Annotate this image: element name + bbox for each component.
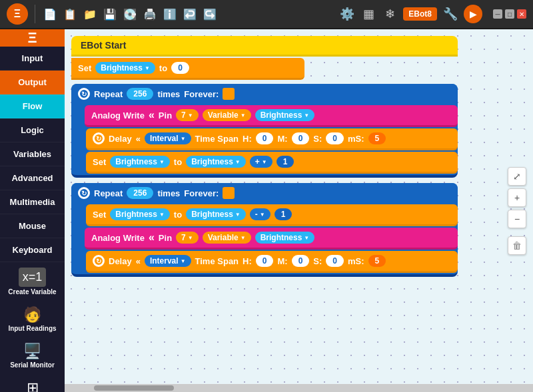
h-val-1[interactable]: 0	[256, 132, 274, 144]
brightness-dropdown-3[interactable]: Brightness ▼	[110, 208, 170, 220]
toolbar-new-icon[interactable]: 📄	[42, 6, 58, 22]
brightness-expr-dropdown[interactable]: Brightness ▼	[186, 156, 246, 168]
sidebar-logo: Ξ	[0, 29, 65, 47]
minimize-button[interactable]: ─	[493, 9, 502, 19]
sidebar-item-keyboard[interactable]: Keyboard	[0, 238, 65, 262]
m-val-2[interactable]: 0	[292, 255, 310, 267]
repeat-val-2[interactable]: 256	[127, 187, 153, 199]
s-val-2[interactable]: 0	[326, 255, 344, 267]
serial-monitor-icon: 🖥️	[23, 343, 41, 360]
to-label-3: to	[174, 210, 182, 220]
close-button[interactable]: ✕	[517, 9, 526, 19]
h-label-2: H:	[243, 256, 252, 266]
sidebar-item-serial-monitor[interactable]: 🖥️ Serial Monitor	[0, 337, 65, 374]
forever-checkbox-1[interactable]	[223, 88, 235, 100]
trash-button[interactable]: 🗑	[508, 236, 526, 255]
toolbar-gear-icon[interactable]: ⚙️	[339, 6, 355, 22]
create-variable-icon: x=1	[19, 268, 47, 287]
pin-val-2: 7	[181, 233, 186, 242]
toolbar-redo-icon[interactable]: ↪️	[202, 6, 218, 22]
zoom-minus-button[interactable]: −	[508, 210, 526, 228]
brightness-expr-dropdown-2[interactable]: Brightness ▼	[186, 208, 246, 220]
sidebar-item-advanced[interactable]: Advanced	[0, 166, 65, 190]
zoom-plus-button[interactable]: +	[508, 188, 526, 207]
one-val-2[interactable]: 1	[274, 208, 292, 220]
toolbar-save-icon[interactable]: 💾	[102, 6, 118, 22]
toolbar-open-icon[interactable]: 📁	[82, 6, 98, 22]
brightness-var-dropdown-1[interactable]: Brightness ▼	[255, 109, 315, 121]
s-label-1: S:	[313, 134, 322, 144]
create-variable-label: Create Variable	[8, 288, 56, 295]
s-val-1[interactable]: 0	[326, 132, 344, 144]
ms-val-2[interactable]: 5	[368, 255, 386, 267]
toolbar-undo-icon[interactable]: ↩️	[182, 6, 198, 22]
block-set-brightness: Set Brightness ▼ to 0	[71, 58, 304, 80]
zoom-controls: ⤢ + − 🗑	[508, 167, 526, 255]
ms-val-1[interactable]: 5	[368, 132, 386, 144]
sidebar-item-variables[interactable]: Variables	[0, 142, 65, 166]
sidebar-item-logic[interactable]: Logic	[0, 118, 65, 142]
plus-dropdown[interactable]: + ▼	[250, 156, 272, 168]
interval-dropdown-1[interactable]: Interval ▼	[145, 132, 191, 144]
variable-label-1: Variable	[208, 110, 239, 120]
m-val-1[interactable]: 0	[292, 132, 310, 144]
sidebar-item-live-control[interactable]: ⊞ Live Control	[0, 374, 65, 392]
variable-dropdown-1[interactable]: Variable ▼	[203, 109, 251, 121]
serial-monitor-label: Serial Monitor	[10, 361, 55, 369]
toolbar-print-icon[interactable]: 🖨️	[142, 6, 158, 22]
canvas-scrollbar[interactable]	[65, 384, 533, 392]
maximize-button[interactable]: □	[505, 9, 514, 19]
toolbar-wrench-icon[interactable]: 🔧	[442, 6, 458, 22]
sidebar-item-flow[interactable]: Flow	[0, 95, 65, 118]
sidebar-item-input[interactable]: Input	[0, 47, 65, 71]
minus-dropdown[interactable]: - ▼	[250, 208, 270, 220]
ll-delay-2: «	[136, 256, 141, 266]
forever-checkbox-2[interactable]	[223, 187, 235, 199]
block-analog-write-1: Analog Write « Pin 7 ▼ Variable ▼ Bright…	[85, 105, 458, 127]
ll-1: «	[149, 109, 155, 121]
zero-value-1[interactable]: 0	[171, 62, 189, 74]
interval-dropdown-2[interactable]: Interval ▼	[145, 255, 191, 267]
sidebar-item-input-readings[interactable]: 🧑 Input Readings	[0, 301, 65, 337]
input-readings-label: Input Readings	[8, 325, 56, 332]
m-label-1: M:	[277, 134, 287, 144]
brightness-dropdown-1[interactable]: Brightness ▼	[95, 62, 155, 74]
scrollbar-thumb[interactable]	[94, 385, 174, 391]
canvas-area[interactable]: EBot Start Set Brightness ▼ to 0	[65, 29, 533, 392]
toolbar-sd-icon[interactable]: 💽	[122, 6, 138, 22]
brightness-var-label-1: Brightness	[261, 110, 302, 120]
block-repeat-1: ↻ Repeat 256 times Forever: Analog Write…	[71, 84, 458, 178]
toolbar-info-icon[interactable]: ℹ️	[162, 6, 178, 22]
window-controls: ─ □ ✕	[493, 9, 526, 19]
toolbar-save-copy-icon[interactable]: 📋	[62, 6, 78, 22]
brightness-var-dropdown-2[interactable]: Brightness ▼	[255, 232, 315, 244]
sidebar-item-output[interactable]: Output	[0, 71, 65, 95]
pin-dropdown-1[interactable]: 7 ▼	[176, 109, 199, 121]
sidebar-item-mouse[interactable]: Mouse	[0, 214, 65, 238]
input-readings-icon: 🧑	[23, 306, 41, 323]
ll-delay-1: «	[136, 134, 141, 144]
time-span-label-1: Time Span	[195, 134, 239, 144]
dropdown-arrow-1: ▼	[145, 65, 150, 71]
forever-label-1: Forever:	[184, 89, 219, 99]
toolbar-snowflake-icon[interactable]: ❄	[382, 6, 398, 22]
sidebar-item-create-variable[interactable]: x=1 Create Variable	[0, 262, 65, 301]
m-label-2: M:	[277, 256, 287, 266]
zoom-fit-button[interactable]: ⤢	[508, 167, 526, 186]
brightness-dropdown-set-2[interactable]: Brightness ▼	[110, 156, 170, 168]
pin-dropdown-2[interactable]: 7 ▼	[176, 232, 199, 244]
toolbar-logo[interactable]: Ξ	[7, 3, 28, 25]
block-set-brightness-expr-2: Set Brightness ▼ to Brightness ▼ - ▼	[86, 204, 458, 226]
forever-label-2: Forever:	[184, 188, 219, 198]
variable-dropdown-2[interactable]: Variable ▼	[203, 232, 251, 244]
one-val-1[interactable]: 1	[276, 156, 294, 168]
pin-label-2: Pin	[159, 233, 172, 243]
delay-icon-1: ↻	[93, 132, 105, 144]
variable-label-2: Variable	[208, 233, 239, 242]
sidebar-item-multimedia[interactable]: Multimedia	[0, 190, 65, 214]
h-val-2[interactable]: 0	[256, 255, 274, 267]
play-button[interactable]: ▶	[464, 5, 482, 23]
repeat-val-1[interactable]: 256	[127, 88, 153, 100]
toolbar-window-icon[interactable]: ▦	[360, 6, 376, 22]
start-label: EBot Start	[81, 40, 126, 51]
